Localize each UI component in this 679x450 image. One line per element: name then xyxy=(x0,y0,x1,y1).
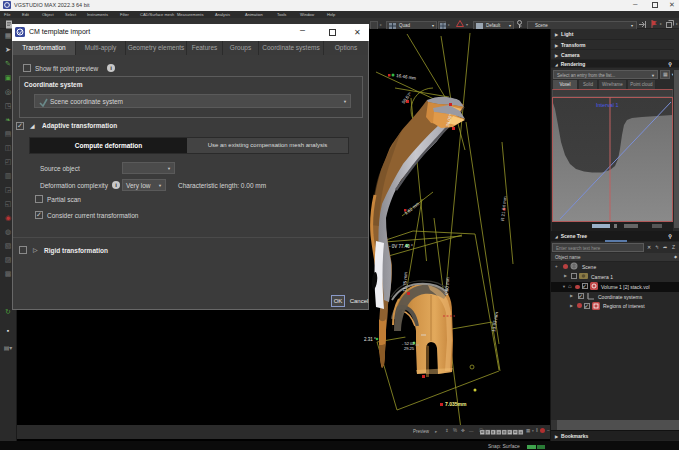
svg-text:R 21.04 mm: R 21.04 mm xyxy=(500,196,508,221)
svg-text:13.93 mm: 13.93 mm xyxy=(491,311,499,332)
svg-text:0.60 mm: 0.60 mm xyxy=(444,277,450,295)
svg-text:16.46 mm: 16.46 mm xyxy=(396,73,417,81)
svg-text:29.25: 29.25 xyxy=(404,346,415,351)
svg-text:- 0V 77.40 °: - 0V 77.40 ° xyxy=(389,244,413,249)
svg-text:1.62 mm: 1.62 mm xyxy=(404,201,421,216)
svg-text:2.31 °: 2.31 ° xyxy=(364,337,376,342)
svg-text:Interval 1: Interval 1 xyxy=(596,102,619,108)
svg-text:7.035mm: 7.035mm xyxy=(445,401,467,407)
